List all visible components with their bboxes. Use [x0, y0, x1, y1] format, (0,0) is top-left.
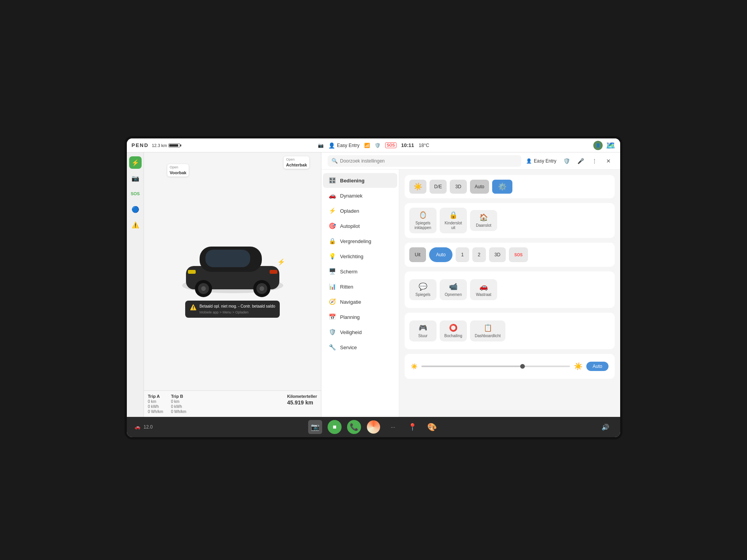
menu-item-veiligheid[interactable]: 🛡️ Veiligheid: [323, 325, 397, 340]
svg-text:⚡: ⚡: [277, 258, 285, 266]
bediening-label: Bediening: [340, 178, 365, 184]
taskbar: 🚗 12.0 📷 ■ 📞 ···: [127, 417, 620, 437]
btn-3d[interactable]: 3D: [450, 180, 467, 194]
taskbar-camera-btn[interactable]: 📷: [308, 420, 322, 434]
card-wastraat[interactable]: 🚗 Wastraat: [470, 279, 497, 300]
brightness-sun-icon: ☀️: [574, 362, 582, 371]
battery-bar: [168, 144, 180, 147]
planning-label: Planning: [340, 314, 360, 320]
btn-sun[interactable]: ☀️: [409, 180, 426, 194]
taskbar-nav-btn[interactable]: 📍: [405, 420, 419, 434]
svg-point-9: [260, 286, 264, 291]
header-profile-icon: 👤: [526, 158, 532, 164]
more-icon[interactable]: ⋮: [589, 156, 600, 166]
dynamiek-label: Dynamiek: [340, 193, 363, 199]
nav-icon: 📍: [408, 423, 417, 431]
menu-item-ritten[interactable]: 📊 Ritten: [323, 279, 397, 294]
trip-a-wh: 0 kWh: [148, 404, 163, 409]
map-thumbnail: 🗺️: [606, 141, 615, 150]
car-visual: ⚡: [178, 235, 287, 299]
search-input[interactable]: [340, 158, 517, 164]
stuur-label: Stuur: [418, 334, 428, 338]
status-bar-right: 👤 🗺️: [494, 141, 615, 150]
taskbar-volume-btn[interactable]: 🔊: [598, 420, 612, 434]
brightness-slider[interactable]: [421, 366, 570, 367]
camera-row: 💬 Spiegels 📹 Opnemen 🚗 Wastraat: [409, 276, 610, 303]
search-wrapper[interactable]: 🔍: [328, 155, 521, 167]
settings-header: 🔍 👤 Easy Entry 🛡️ 🎤 ⋮ ✕: [321, 152, 620, 170]
camera-section: 💬 Spiegels 📹 Opnemen 🚗 Wastraat: [405, 271, 615, 308]
mic-icon[interactable]: 🎤: [575, 156, 586, 166]
card-kinderslot[interactable]: 🔒 Kinderslotuit: [440, 208, 467, 233]
warning-subtitle: Mobiele app > Menu > Opladen: [200, 310, 275, 315]
stuur-icon: 🎮: [419, 324, 427, 332]
card-daanslot[interactable]: 🏠 Daanslot: [470, 210, 497, 231]
spiegels-cam-icon: 💬: [419, 282, 427, 291]
card-stuur[interactable]: 🎮 Stuur: [409, 320, 437, 341]
side-icons: ⚡ 📷 SOS 🔵 ⚠️: [127, 152, 144, 417]
verlichting-icon: 💡: [328, 253, 336, 260]
temp-display: 18°C: [419, 143, 429, 148]
btn-auto[interactable]: Auto: [470, 180, 489, 194]
daanslot-label: Daanslot: [476, 223, 491, 228]
settings-body: 🎛️ Bediening 🚗 Dynamiek ⚡ Opladen 🎯: [321, 170, 620, 417]
menu-item-navigatie[interactable]: 🧭 Navigatie: [323, 294, 397, 309]
menu-item-planning[interactable]: 📅 Planning: [323, 310, 397, 324]
menu-item-scherm[interactable]: 🖥️ Scherm: [323, 264, 397, 279]
taskbar-music-btn[interactable]: [366, 420, 381, 434]
taskbar-multicolor-btn[interactable]: 🎨: [425, 420, 439, 434]
btn-de[interactable]: D/E: [430, 180, 447, 194]
menu-item-opladen[interactable]: ⚡ Opladen: [323, 203, 397, 218]
card-spiegels[interactable]: 💬 Spiegels: [409, 279, 437, 300]
wiper-btn-sos[interactable]: SOS: [509, 247, 528, 262]
avatar[interactable]: 👤: [593, 141, 603, 150]
wiper-btn-1[interactable]: 1: [456, 247, 469, 262]
side-icon-warning[interactable]: ⚠️: [129, 219, 142, 231]
brightness-auto-btn[interactable]: Auto: [586, 362, 608, 371]
header-easy-entry: 👤 Easy Entry: [526, 158, 556, 164]
scherm-icon: 🖥️: [328, 268, 336, 275]
dots-icon: ···: [391, 424, 395, 430]
wiper-btn-2[interactable]: 2: [472, 247, 486, 262]
side-icon-tire[interactable]: 🔵: [129, 203, 142, 215]
camera-icon: 📷: [318, 143, 324, 148]
card-bochailing[interactable]: ⭕ Bochailing: [440, 320, 467, 341]
taskbar-left: 🚗 12.0: [135, 424, 153, 430]
card-opnemen[interactable]: 📹 Opnemen: [440, 279, 467, 300]
side-icon-home[interactable]: ⚡: [129, 156, 142, 169]
wiper-btn-uit[interactable]: Uit: [409, 247, 426, 262]
security-header-icon[interactable]: 🛡️: [561, 156, 572, 166]
camera-taskbar-icon: 📷: [311, 423, 319, 431]
menu-item-bediening[interactable]: 🎛️ Bediening: [323, 173, 397, 188]
side-icon-signal[interactable]: SOS: [129, 187, 142, 200]
settings-content: ☀️ D/E 3D Auto ⚙️ 🪞: [399, 170, 620, 417]
bochailing-icon: ⭕: [449, 324, 458, 332]
wiper-btn-3d[interactable]: 3D: [489, 247, 506, 262]
daanslot-icon: 🏠: [479, 213, 488, 222]
taskbar-dots-btn[interactable]: ···: [386, 420, 400, 434]
steering-section: 🎮 Stuur ⭕ Bochailing 📋 Dashboardlicht: [405, 313, 615, 349]
menu-item-verlichting[interactable]: 💡 Verlichting: [323, 249, 397, 264]
taskbar-home-btn[interactable]: ■: [328, 420, 342, 434]
trip-a-km: 0 km: [148, 399, 163, 404]
card-dashboard[interactable]: 📋 Dashboardlicht: [470, 320, 505, 341]
menu-item-autopilot[interactable]: 🎯 Autopilot: [323, 219, 397, 233]
label-achterbak[interactable]: Open Achterbak: [284, 156, 309, 169]
brightness-thumb[interactable]: [520, 364, 525, 369]
header-easy-entry-label: Easy Entry: [534, 158, 556, 164]
menu-item-vergrendeling[interactable]: 🔒 Vergrendeling: [323, 234, 397, 248]
label-voorbak[interactable]: Open Voorbak: [167, 164, 189, 177]
open-text-voorbak: Open: [170, 165, 186, 170]
card-spiegels-inklappen[interactable]: 🪞 Spiegelsinklappen: [409, 208, 437, 233]
side-icon-camera[interactable]: 📷: [129, 172, 142, 184]
easy-entry-center: 👤 Easy Entry: [328, 142, 359, 149]
brand-logo: PEND: [132, 142, 149, 148]
taskbar-phone-btn[interactable]: 📞: [347, 420, 361, 434]
light-mode-section: ☀️ D/E 3D Auto ⚙️: [405, 175, 615, 198]
wiper-btn-auto[interactable]: Auto: [429, 247, 453, 262]
close-icon[interactable]: ✕: [603, 156, 614, 166]
menu-item-dynamiek[interactable]: 🚗 Dynamiek: [323, 188, 397, 203]
btn-blue-icon[interactable]: ⚙️: [492, 180, 512, 194]
brightness-icon: ☀️: [411, 363, 417, 369]
menu-item-service[interactable]: 🔧 Service: [323, 340, 397, 355]
